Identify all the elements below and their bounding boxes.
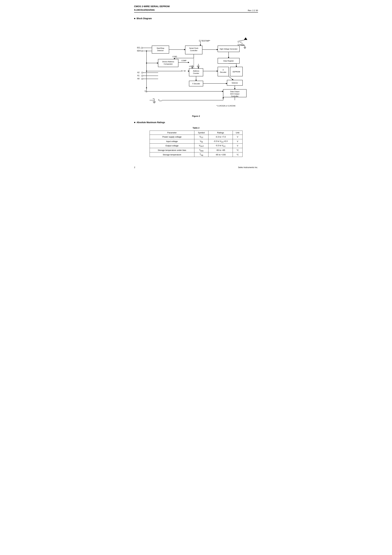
param-cell: Storage temperature under bias [150,148,194,153]
svg-text:X: X [223,69,224,71]
ratings-cell: -0.3 to +7.0 [208,135,233,139]
svg-text:ACK Output: ACK Output [230,93,239,95]
figure-caption: Figure 2 [134,115,258,117]
ratings-cell: -0.3 to VCC+0.3 [208,139,233,144]
table-row: Output voltage VOUT -0.3 to VCC V [150,144,242,148]
svg-text:Address: Address [193,70,199,72]
table-row: Storage temperature under bias Tbias -50… [150,148,242,153]
block-diagram-heading: Block Diagram [134,17,258,20]
col-header-unit: Unit [233,131,242,135]
ratings-cell: -65 to +150 [208,153,233,157]
svg-text:Comparator: Comparator [164,63,173,65]
document-title: CMOS 2-WIRE SERIAL EEPROM S-24C01A/02A/0… [134,5,170,12]
svg-text:Detector: Detector [157,50,164,51]
revision-label: Rev. 2.2 30 [248,9,258,12]
unit-cell: V [233,135,242,139]
col-header-parameter: Parameter [150,131,194,135]
svg-text:R / W: R / W [181,70,186,72]
table-row: Power supply voltage VCC -0.3 to +7.0 V [150,135,242,139]
block-diagram-svg: SCL SDA Start/Stop Detector Serial Clock… [134,23,261,113]
param-cell: Storage temperature [150,153,194,157]
svg-text:Y Decoder: Y Decoder [192,83,200,85]
param-cell: Input voltage [150,139,194,144]
symbol-cell: Tbias [194,148,209,153]
svg-rect-73 [238,44,239,45]
symbol-cell: VOUT [194,144,209,148]
unit-cell: °C [233,148,242,153]
svg-text:EEPROM: EEPROM [233,71,240,73]
param-cell: Power supply voltage [150,135,194,139]
svg-rect-2 [141,47,143,49]
svg-rect-55 [142,72,143,73]
symbol-cell: VCC [194,135,209,139]
svg-rect-65 [199,40,200,41]
unit-cell: V [233,139,242,144]
svg-text:LOAD: LOAD [172,56,177,58]
svg-rect-57 [142,78,143,80]
svg-text:SCL: SCL [137,47,141,49]
svg-text:OUT: OUT [159,100,162,102]
svg-rect-56 [142,75,143,76]
company-name: Seiko Instruments Inc. [238,166,258,168]
unit-cell: °C [233,153,242,157]
block-diagram: SCL SDA Start/Stop Detector Serial Clock… [134,23,258,113]
svg-text:Vcc: Vcc [240,41,243,44]
svg-text:A2: A2 [137,71,139,73]
param-cell: Output voltage [150,144,194,148]
svg-text:Selector: Selector [232,82,238,84]
svg-text:*   S-24C02A or S-24C04A: * S-24C02A or S-24C04A [216,105,236,107]
symbol-cell: Tstg [194,153,209,157]
svg-point-64 [146,63,147,64]
svg-text:Device Address: Device Address [162,61,174,63]
page-number: 2 [134,166,135,168]
svg-text:Data Register: Data Register [223,60,234,62]
svg-text:Start/Stop: Start/Stop [157,47,164,49]
table-caption: Table 2 [134,127,258,129]
svg-text:Serial Clock: Serial Clock [189,47,198,49]
page-footer: 2 Seiko Instruments Inc. [134,166,258,168]
svg-text:Controller: Controller [190,50,197,51]
table-row: Input voltage VIN -0.3 to VCC+0.3 V [150,139,242,144]
table-row: Storage temperature Tstg -65 to +150 °C [150,153,242,157]
symbol-cell: VIN [194,139,209,144]
svg-rect-3 [141,50,143,51]
svg-rect-69 [238,41,239,42]
svg-line-71 [239,40,245,41]
svg-marker-70 [244,37,247,40]
absolute-max-table: Parameter Symbol Ratings Unit Power supp… [150,131,243,157]
ratings-cell: -50 to +95 [208,148,233,153]
svg-text:Data Output: Data Output [230,91,239,93]
svg-text:LOAD: LOAD [189,65,194,67]
page-header: CMOS 2-WIRE SERIAL EEPROM S-24C01A/02A/0… [134,5,258,13]
svg-text:Decoder: Decoder [220,71,226,73]
svg-text:A0: A0 [137,78,139,80]
col-header-ratings: Ratings [208,131,233,135]
svg-text:TEST/WP*: TEST/WP* [201,40,210,42]
unit-cell: V [233,144,242,148]
ratings-cell: -0.3 to VCC [208,144,233,148]
svg-text:SDA: SDA [137,50,141,52]
svg-text:A1: A1 [137,74,139,77]
svg-text:High-Voltage Generator: High-Voltage Generator [220,48,238,50]
svg-point-62 [146,51,147,51]
col-header-symbol: Symbol [194,131,209,135]
svg-text:Counter: Counter [193,72,199,74]
svg-text:COMP: COMP [181,60,187,61]
abs-max-heading: Absolute Maximum Ratings [134,121,258,124]
svg-line-26 [229,76,233,80]
svg-text:Controller: Controller [231,95,239,97]
